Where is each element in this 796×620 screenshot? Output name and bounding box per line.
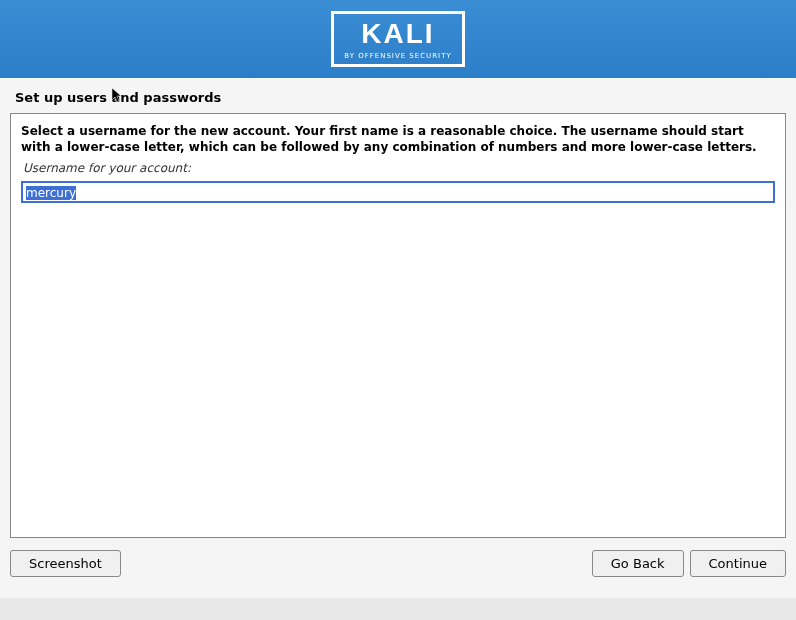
page-title: Set up users and passwords: [0, 78, 796, 113]
logo-text: KALI: [344, 18, 451, 50]
content-panel: Select a username for the new account. Y…: [10, 113, 786, 538]
continue-button[interactable]: Continue: [690, 550, 786, 577]
bottom-strip: [0, 598, 796, 620]
username-input[interactable]: mercury: [21, 181, 775, 203]
go-back-button[interactable]: Go Back: [592, 550, 684, 577]
kali-logo: KALI BY OFFENSIVE SECURITY: [331, 11, 464, 67]
username-label: Username for your account:: [23, 161, 775, 175]
username-input-wrapper[interactable]: mercury: [21, 181, 775, 203]
button-bar: Screenshot Go Back Continue: [0, 538, 796, 589]
logo-subtitle: BY OFFENSIVE SECURITY: [344, 52, 451, 60]
username-value: mercury: [26, 186, 76, 200]
instruction-text: Select a username for the new account. Y…: [21, 124, 775, 155]
screenshot-button[interactable]: Screenshot: [10, 550, 121, 577]
header-banner: KALI BY OFFENSIVE SECURITY: [0, 0, 796, 78]
